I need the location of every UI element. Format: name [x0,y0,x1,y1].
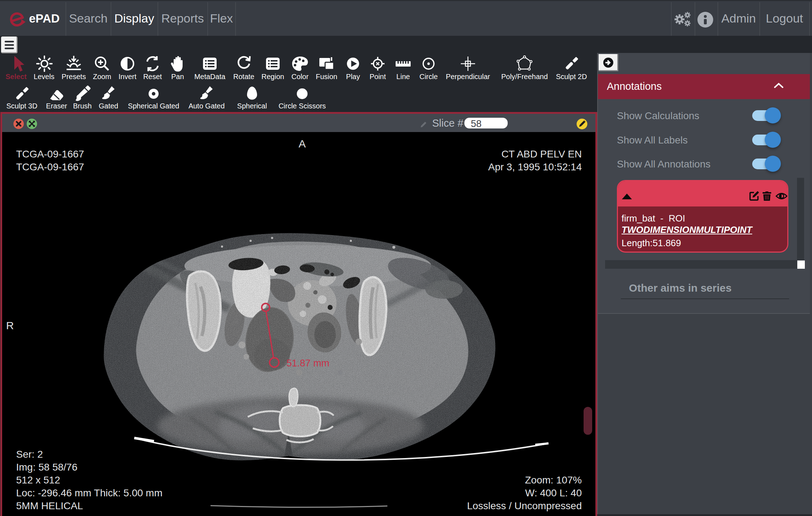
svg-text:51.87 mm: 51.87 mm [286,358,329,369]
